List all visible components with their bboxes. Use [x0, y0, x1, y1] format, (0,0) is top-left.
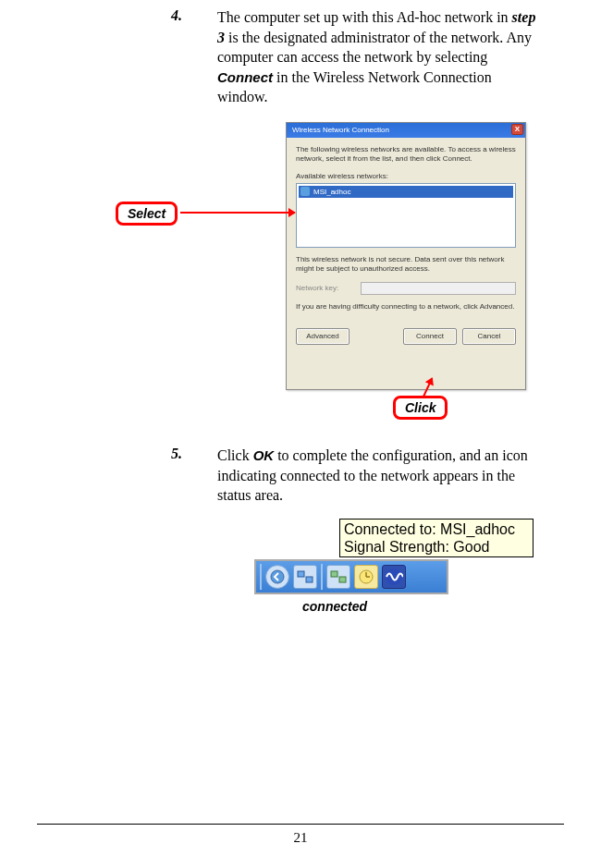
footer-line [37, 824, 564, 825]
wireless-tray-icon[interactable] [326, 565, 350, 589]
arrow-select [180, 212, 295, 214]
dialog-intro: The following wireless networks are avai… [296, 145, 516, 165]
figure-systray: Connected to: MSI_adhoc Signal Strength:… [171, 522, 546, 624]
step-4: 4. The computer set up with this Ad-hoc … [171, 7, 546, 107]
advanced-button[interactable]: Advanced [296, 328, 350, 345]
wireless-connection-dialog: Wireless Network Connection X The follow… [286, 122, 526, 390]
svg-rect-3 [331, 571, 337, 577]
dialog-title: Wireless Network Connection [292, 126, 389, 134]
dialog-body: The following wireless networks are avai… [287, 138, 525, 352]
help-text: If you are having difficulty connecting … [296, 302, 516, 312]
network-list-item-selected[interactable]: MSI_adhoc [299, 186, 513, 198]
cancel-button[interactable]: Cancel [462, 328, 516, 345]
step-5-text: Click OK to complete the configuration, … [217, 446, 546, 506]
step-5-number: 5. [171, 446, 217, 506]
connected-caption: connected [302, 599, 367, 614]
callout-click: Click [393, 396, 448, 420]
step-4-text: The computer set up with this Ad-hoc net… [217, 7, 546, 107]
network-tray-icon[interactable] [293, 565, 317, 589]
step-5: 5. Click OK to complete the configuratio… [171, 446, 546, 506]
close-icon[interactable]: X [511, 124, 523, 135]
security-warning: This wireless network is not secure. Dat… [296, 255, 516, 275]
network-name: MSI_adhoc [313, 188, 350, 196]
step-4-number: 4. [171, 7, 217, 107]
network-key-label: Network key: [296, 284, 361, 292]
clock-icon[interactable] [354, 565, 378, 589]
page-footer: 21 [37, 824, 564, 846]
network-key-row: Network key: [296, 282, 516, 295]
connection-tooltip: Connected to: MSI_adhoc Signal Strength:… [339, 519, 534, 557]
svg-rect-4 [339, 577, 346, 582]
activity-icon[interactable] [382, 565, 406, 589]
tray-divider-2 [321, 564, 323, 590]
page-number: 21 [37, 830, 564, 846]
wireless-icon [300, 187, 310, 196]
system-tray [254, 559, 448, 594]
tooltip-line-1: Connected to: MSI_adhoc [344, 520, 529, 538]
svg-point-6 [386, 568, 402, 585]
network-list[interactable]: MSI_adhoc [296, 183, 516, 248]
callout-select: Select [116, 202, 178, 226]
tooltip-line-2: Signal Strength: Good [344, 538, 529, 556]
svg-rect-2 [306, 577, 313, 582]
network-key-input[interactable] [361, 282, 516, 295]
back-icon[interactable] [265, 565, 289, 589]
dialog-titlebar: Wireless Network Connection X [287, 123, 525, 138]
svg-point-0 [271, 570, 284, 583]
tray-divider [260, 564, 262, 590]
dialog-button-row: Advanced Connect Cancel [296, 319, 516, 345]
available-networks-label: Available wireless networks: [296, 172, 516, 180]
figure-wireless-dialog: Select Wireless Network Connection X The… [171, 122, 546, 427]
svg-rect-1 [298, 571, 304, 577]
connect-button[interactable]: Connect [403, 328, 457, 345]
